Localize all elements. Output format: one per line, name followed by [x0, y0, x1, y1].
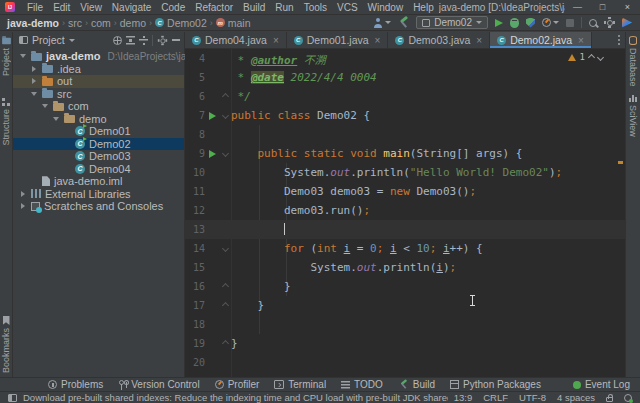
tree-chevron-icon[interactable] [30, 78, 38, 84]
menu-run[interactable]: Run [270, 2, 298, 13]
tab-close-icon[interactable]: × [273, 35, 279, 46]
panel-settings-gear-icon[interactable] [158, 35, 167, 44]
fold-marker[interactable] [220, 341, 231, 346]
tool-stripe-structure[interactable]: Structure [0, 98, 12, 146]
file-encoding[interactable]: UTF-8 [519, 392, 546, 403]
tree-chevron-icon[interactable] [30, 92, 38, 96]
breadcrumb-item-main[interactable]: mmain [216, 17, 251, 29]
line-ending[interactable]: CRLF [483, 392, 508, 403]
expand-all-icon[interactable] [126, 36, 135, 45]
debug-button[interactable] [510, 18, 519, 28]
menu-tools[interactable]: Tools [299, 2, 332, 13]
menu-vcs[interactable]: VCS [332, 2, 363, 13]
tool-window-button-python-packages[interactable]: Python Packages [450, 379, 541, 390]
prev-issue-icon[interactable] [588, 53, 595, 60]
coverage-button[interactable] [526, 18, 535, 28]
indent-setting[interactable]: 4 spaces [557, 392, 595, 403]
tree-item-demo04[interactable]: CDemo04 [13, 163, 184, 176]
tab-close-icon[interactable]: × [375, 35, 381, 46]
minimize-button[interactable]: — [565, 2, 590, 12]
run-button[interactable] [495, 19, 503, 27]
tree-item-java-demo[interactable]: java-demoD:\IdeaProjects\java-demo [13, 50, 184, 63]
run-gutter-icon[interactable] [205, 150, 220, 158]
menu-help[interactable]: Help [408, 2, 439, 13]
tree-item-scratches-and-consoles[interactable]: Scratches and Consoles [13, 200, 184, 213]
editor-scrollbar[interactable] [616, 49, 625, 377]
breadcrumb-item-demo[interactable]: demo [120, 17, 146, 29]
readonly-lock-icon[interactable] [606, 397, 613, 402]
tree-chevron-icon[interactable] [19, 203, 27, 209]
menu-window[interactable]: Window [363, 2, 409, 13]
tree-chevron-icon[interactable] [41, 104, 49, 108]
tab-demo04-java[interactable]: CDemo04.java× [185, 32, 287, 48]
run-configuration-select[interactable]: Demo02 [416, 16, 488, 29]
tool-stripe-sciview[interactable]: SciView [626, 94, 640, 137]
menu-code[interactable]: Code [156, 2, 190, 13]
tab-close-icon[interactable]: × [578, 35, 584, 46]
menu-refactor[interactable]: Refactor [190, 2, 238, 13]
breadcrumb-item-demo02[interactable]: CDemo02 [155, 17, 207, 29]
fold-marker[interactable] [220, 94, 231, 99]
fold-marker[interactable] [220, 303, 231, 308]
locate-file-icon[interactable] [113, 36, 122, 45]
warning-stripe-mark[interactable] [618, 161, 623, 164]
tool-window-button-event-log[interactable]: Event Log [573, 379, 640, 390]
tool-stripe-bookmarks[interactable]: Bookmarks [0, 316, 12, 373]
tool-window-button-todo[interactable]: TODO [341, 379, 383, 390]
settings-gear-icon[interactable] [604, 17, 615, 28]
next-issue-icon[interactable] [597, 53, 604, 60]
tool-window-button-terminal[interactable]: Terminal [274, 379, 326, 390]
tool-window-button-profiler[interactable]: Profiler [215, 379, 260, 390]
tree-item-java-demo-iml[interactable]: java-demo.iml [13, 175, 184, 188]
tab-demo02-java[interactable]: CDemo02.java× [490, 32, 592, 48]
tool-window-switcher-icon[interactable] [8, 394, 17, 402]
tab-demo01-java[interactable]: CDemo01.java× [287, 32, 389, 48]
tree-chevron-icon[interactable] [30, 66, 38, 72]
breadcrumb-item-java-demo[interactable]: java-demo [7, 17, 59, 29]
build-hammer-icon[interactable] [398, 17, 409, 28]
menu-build[interactable]: Build [238, 2, 270, 13]
menu-file[interactable]: File [22, 2, 48, 13]
tree-item-demo03[interactable]: CDemo03 [13, 150, 184, 163]
run-gutter-icon[interactable] [205, 112, 220, 120]
tool-stripe-project[interactable]: Project [0, 36, 12, 76]
tab-demo03-java[interactable]: CDemo03.java× [388, 32, 490, 48]
inspections-widget[interactable]: 1 [568, 52, 603, 62]
collapse-all-icon[interactable] [139, 36, 148, 45]
fold-marker[interactable] [220, 284, 231, 289]
tree-chevron-icon[interactable] [52, 117, 60, 121]
tree-item-com[interactable]: com [13, 100, 184, 113]
fold-marker[interactable] [220, 151, 231, 156]
tree-item-src[interactable]: src [13, 88, 184, 101]
tree-item-out[interactable]: out [13, 75, 184, 88]
tab-close-icon[interactable]: × [476, 35, 482, 46]
maximize-button[interactable]: □ [590, 2, 615, 12]
fold-marker[interactable] [220, 113, 231, 118]
chevron-down-icon[interactable] [69, 39, 75, 42]
profiler-dropdown[interactable] [542, 18, 559, 27]
breadcrumb-item-com[interactable]: com [91, 17, 111, 29]
tool-window-button-problems[interactable]: Problems [48, 379, 103, 390]
tree-item-demo[interactable]: demo [13, 113, 184, 126]
hide-panel-icon[interactable] [172, 39, 180, 41]
fold-marker[interactable] [220, 246, 231, 251]
menu-view[interactable]: View [75, 2, 107, 13]
tool-window-button-version-control[interactable]: Version Control [118, 379, 199, 390]
tree-item-demo02[interactable]: CDemo02 [13, 138, 184, 151]
tool-window-button-build[interactable]: Build [398, 379, 435, 390]
menu-navigate[interactable]: Navigate [107, 2, 156, 13]
caret-position[interactable]: 13:9 [454, 392, 473, 403]
project-panel-title[interactable]: Project [32, 34, 65, 46]
kebab-menu-icon[interactable] [618, 35, 620, 37]
user-dropdown[interactable] [373, 18, 391, 28]
stop-button[interactable] [566, 19, 574, 27]
tree-chevron-icon[interactable] [19, 54, 27, 58]
code-editor[interactable]: 4 * @author 不溯5 * @date 2022/4/4 00046 *… [185, 49, 625, 377]
menu-edit[interactable]: Edit [48, 2, 75, 13]
search-everywhere-icon[interactable] [589, 19, 597, 27]
breadcrumb-item-src[interactable]: src [68, 17, 82, 29]
tree-chevron-icon[interactable] [19, 191, 27, 197]
status-message[interactable]: Download pre-built shared indexes: Reduc… [23, 392, 448, 403]
tree-item-external-libraries[interactable]: External Libraries [13, 188, 184, 201]
colored-plugin-icon[interactable] [622, 18, 632, 28]
